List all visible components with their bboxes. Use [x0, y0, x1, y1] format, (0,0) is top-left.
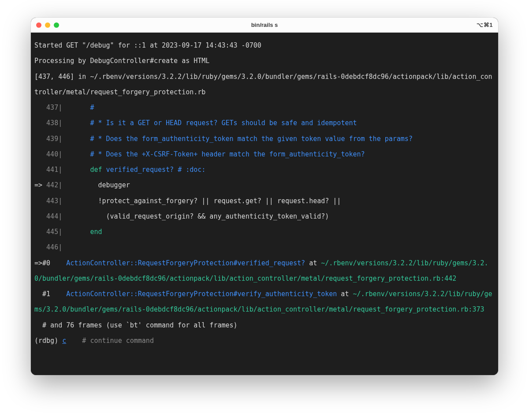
gutter-bar: | — [58, 181, 62, 189]
source-segment: # * Is it a GET or HEAD request? GETs sh… — [90, 119, 357, 127]
frame-index: =>#0 — [34, 259, 50, 267]
frame-method: ActionController::RequestForgeryProtecti… — [66, 259, 305, 267]
frames-note: # and 76 frames (use `bt' command for al… — [34, 321, 238, 329]
debugger-prompt: (rdbg) — [34, 337, 62, 345]
gutter-bar: | — [58, 212, 62, 220]
traffic-lights — [36, 22, 59, 28]
log-line: [437, 446] in ~/.rbenv/versions/3.2.2/li… — [34, 69, 495, 100]
source-line: 440| # * Does the +X-CSRF-Token+ header … — [34, 147, 495, 162]
window-title: bin/rails s — [251, 22, 278, 28]
source-segment: !protect_against_forgery? || request.get… — [98, 197, 341, 205]
source-segment: def — [90, 166, 102, 174]
log-line: Started GET "/debug" for ::1 at 2023-09-… — [34, 38, 495, 53]
stack-frame: #1 ActionController::RequestForgeryProte… — [34, 286, 495, 318]
titlebar: bin/rails s ⌥⌘1 — [31, 18, 498, 33]
line-number: 439 — [46, 135, 58, 143]
gutter-bar: | — [58, 150, 62, 158]
gutter-bar: | — [58, 243, 62, 251]
frame-method: ActionController::RequestForgeryProtecti… — [66, 290, 337, 298]
gutter-prefix — [34, 119, 46, 127]
gutter-prefix: => — [34, 181, 46, 189]
gutter-bar: | — [58, 135, 62, 143]
gutter-prefix — [34, 166, 46, 174]
line-number: 438 — [46, 119, 58, 127]
debugger-prompt-line[interactable]: (rdbg) c # continue command — [34, 333, 495, 349]
terminal-body[interactable]: Started GET "/debug" for ::1 at 2023-09-… — [31, 33, 498, 375]
source-line: 446| — [34, 240, 495, 255]
gutter-prefix — [34, 197, 46, 205]
line-number: 446 — [46, 243, 58, 251]
source-segment: # :doc: — [178, 166, 205, 174]
source-segment: verified_request? — [106, 166, 174, 174]
source-segment: # * Does the +X-CSRF-Token+ header match… — [90, 150, 365, 158]
log-line: # and 76 frames (use `bt' command for al… — [34, 318, 495, 333]
gutter-bar: | — [58, 228, 62, 236]
prompt-command[interactable]: c — [62, 337, 66, 345]
source-segment: # — [90, 104, 94, 112]
gutter-prefix — [34, 150, 46, 158]
shortcut-hint: ⌥⌘1 — [477, 22, 493, 28]
gutter-prefix — [34, 228, 46, 236]
line-number: 442 — [46, 181, 58, 189]
source-line: 443| !protect_against_forgery? || reques… — [34, 193, 495, 209]
minimize-icon[interactable] — [45, 22, 50, 28]
line-number: 443 — [46, 197, 58, 205]
source-line: 437| # — [34, 100, 495, 115]
line-number: 445 — [46, 228, 58, 236]
source-line: => 442| debugger — [34, 178, 495, 193]
source-segment: (valid_request_origin? && any_authentici… — [106, 212, 329, 220]
gutter-bar: | — [58, 166, 62, 174]
line-number: 441 — [46, 166, 58, 174]
source-segment: end — [90, 228, 102, 236]
log-request-line: Started GET "/debug" for ::1 at 2023-09-… — [34, 41, 261, 49]
source-line: 441| def verified_request? # :doc: — [34, 162, 495, 178]
source-line: 444| (valid_request_origin? && any_authe… — [34, 209, 495, 224]
gutter-bar: | — [58, 119, 62, 127]
line-number: 440 — [46, 150, 58, 158]
frame-at: at — [337, 290, 353, 298]
stack-frame: =>#0 ActionController::RequestForgeryPro… — [34, 256, 495, 287]
source-segment: debugger — [98, 181, 130, 189]
frame-index: #1 — [34, 290, 50, 298]
source-line: 438| # * Is it a GET or HEAD request? GE… — [34, 115, 495, 131]
gutter-prefix — [34, 212, 46, 220]
gutter-bar: | — [58, 197, 62, 205]
source-line: 439| # * Does the form_authenticity_toke… — [34, 131, 495, 147]
gutter-prefix — [34, 243, 46, 251]
line-number: 437 — [46, 104, 58, 112]
log-processing-line: Processing by DebugController#create as … — [34, 57, 209, 65]
source-line: 445| end — [34, 224, 495, 240]
source-header: [437, 446] in ~/.rbenv/versions/3.2.2/li… — [34, 73, 492, 96]
close-icon[interactable] — [36, 22, 41, 28]
gutter-bar: | — [58, 104, 62, 112]
gutter-prefix — [34, 135, 46, 143]
source-segment: # * Does the form_authenticity_token mat… — [90, 135, 413, 143]
log-line: Processing by DebugController#create as … — [34, 53, 495, 69]
zoom-icon[interactable] — [54, 22, 59, 28]
prompt-hint: # continue command — [66, 337, 154, 345]
gutter-prefix — [34, 104, 46, 112]
frame-at: at — [305, 259, 321, 267]
terminal-window: bin/rails s ⌥⌘1 Started GET "/debug" for… — [31, 18, 498, 375]
line-number: 444 — [46, 212, 58, 220]
